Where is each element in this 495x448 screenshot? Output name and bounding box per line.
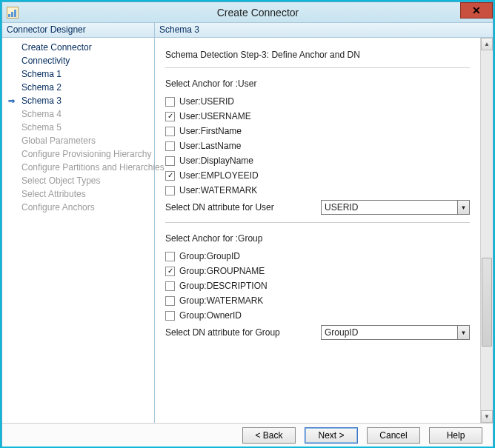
group-checkbox[interactable] [165,311,175,321]
nav-item[interactable]: Create Connector [2,41,154,54]
window-title: Create Connector [23,7,493,19]
group-dn-value: GroupID [322,327,457,338]
chevron-down-icon: ▼ [457,201,469,214]
back-button[interactable]: < Back [242,427,296,444]
nav-item-label: Schema 4 [21,109,62,119]
window-frame: Create Connector ✕ Connector Designer Cr… [1,1,494,447]
content-area: Schema Detection Step-3: Define Anchor a… [155,38,480,423]
group-checkbox-label: Group:GROUPNAME [179,266,265,276]
nav-item[interactable]: Global Parameters [2,134,154,147]
group-checkbox-label: Group:WATERMARK [179,295,263,306]
user-checkbox-label: User:DisplayName [179,156,253,166]
user-check-row: User:USERID [165,96,470,107]
sidebar: Connector Designer Create ConnectorConne… [2,23,155,423]
scroll-track[interactable] [481,50,493,410]
app-icon [7,7,19,19]
group-dn-combo[interactable]: GroupID ▼ [321,325,470,340]
next-button[interactable]: Next > [305,427,358,444]
main-header: Schema 3 [155,23,493,38]
user-checkbox-label: User:FirstName [179,126,242,136]
close-button[interactable]: ✕ [460,2,493,19]
group-dn-label: Select DN attribute for Group [165,327,313,338]
user-checkbox[interactable] [165,127,175,136]
user-dn-label: Select DN attribute for User [165,202,313,213]
nav-list: Create ConnectorConnectivitySchema 1Sche… [2,38,154,217]
scroll-down-button[interactable]: ▼ [481,410,493,423]
group-checkbox-label: Group:GroupID [179,251,240,261]
button-bar: < Back Next > Cancel Help [2,423,493,447]
group-check-row: Group:WATERMARK [165,295,470,306]
divider [165,67,470,68]
group-checkbox[interactable] [165,281,175,291]
chevron-down-icon: ▼ [457,326,469,339]
group-checkbox[interactable] [165,296,175,306]
group-anchor-label: Select Anchor for :Group [165,233,470,244]
nav-item-label: Schema 3 [21,96,62,106]
window-body: Connector Designer Create ConnectorConne… [2,23,493,423]
user-checkbox-label: User:WATERMARK [179,185,257,195]
nav-item-label: Global Parameters [21,136,96,146]
group-check-row: Group:GROUPNAME [165,266,470,276]
sidebar-header: Connector Designer [2,23,154,38]
nav-item[interactable]: ⇒Schema 3 [2,94,154,107]
user-checkbox[interactable] [165,156,175,166]
user-check-row: User:FirstName [165,126,470,136]
user-checkbox-label: User:EMPLOYEEID [179,170,259,181]
nav-item[interactable]: Connectivity [2,54,154,67]
nav-item-label: Schema 1 [21,69,62,79]
group-check-row: Group:GroupID [165,251,470,261]
user-check-row: User:WATERMARK [165,185,470,195]
group-checkbox[interactable] [165,267,175,276]
nav-item-label: Configure Anchors [21,202,95,213]
user-check-row: User:USERNAME [165,111,470,121]
user-checkbox[interactable] [165,141,175,151]
user-checkbox[interactable] [165,171,175,181]
nav-item[interactable]: Select Object Types [2,174,154,187]
close-icon: ✕ [472,4,481,16]
nav-item[interactable]: Configure Provisioning Hierarchy [2,147,154,161]
help-button[interactable]: Help [429,427,482,444]
nav-item-label: Select Object Types [21,175,101,186]
group-check-row: Group:DESCRIPTION [165,281,470,291]
user-checkbox[interactable] [165,97,175,107]
nav-item[interactable]: Configure Anchors [2,201,154,214]
nav-item-label: Select Attributes [21,189,86,199]
user-dn-value: USERID [322,202,457,213]
nav-item-label: Configure Partitions and Hierarchies [21,162,165,173]
group-checkbox-label: Group:OwnerID [179,310,242,321]
user-checkbox[interactable] [165,112,175,121]
user-checkbox-label: User:LastName [179,141,241,151]
scroll-up-button[interactable]: ▲ [481,38,493,50]
title-bar[interactable]: Create Connector ✕ [2,2,493,23]
nav-item[interactable]: Schema 5 [2,121,154,134]
nav-item[interactable]: Configure Partitions and Hierarchies [2,161,154,174]
group-checkbox-label: Group:DESCRIPTION [179,281,268,291]
nav-item-label: Configure Provisioning Hierarchy [21,149,151,159]
user-checkbox[interactable] [165,186,175,195]
step-title: Schema Detection Step-3: Define Anchor a… [165,48,470,67]
scroll-thumb[interactable] [482,258,492,347]
user-check-row: User:LastName [165,141,470,151]
group-checkbox[interactable] [165,252,175,261]
nav-item-label: Create Connector [21,42,92,53]
divider [165,222,470,223]
nav-item[interactable]: Schema 1 [2,67,154,81]
user-checkbox-label: User:USERID [179,96,234,107]
user-check-row: User:DisplayName [165,156,470,166]
arrow-right-icon: ⇒ [8,96,15,106]
nav-item[interactable]: Select Attributes [2,187,154,201]
user-checkbox-label: User:USERNAME [179,111,251,121]
user-check-row: User:EMPLOYEEID [165,170,470,181]
main-panel: Schema 3 Schema Detection Step-3: Define… [155,23,493,423]
nav-item[interactable]: Schema 2 [2,81,154,94]
cancel-button[interactable]: Cancel [367,427,420,444]
nav-item-label: Schema 2 [21,82,62,93]
group-check-row: Group:OwnerID [165,310,470,321]
nav-item-label: Connectivity [21,56,70,66]
nav-item[interactable]: Schema 4 [2,107,154,121]
user-anchor-label: Select Anchor for :User [165,78,470,89]
user-dn-combo[interactable]: USERID ▼ [321,200,470,215]
vertical-scrollbar[interactable]: ▲ ▼ [480,38,493,423]
nav-item-label: Schema 5 [21,122,62,133]
